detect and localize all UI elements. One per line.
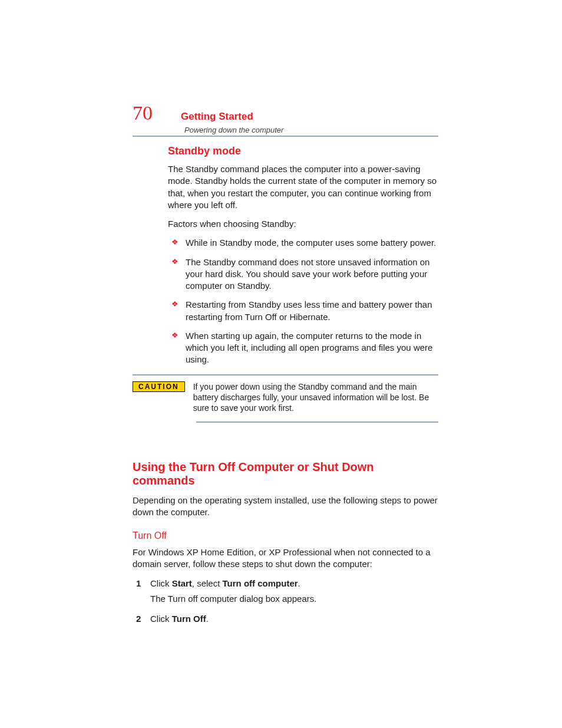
- section-heading-turnoff-shutdown: Using the Turn Off Computer or Shut Down…: [133, 460, 438, 487]
- page-root: 70 Getting Started Powering down the com…: [0, 0, 562, 728]
- caution-row: CAUTION If you power down using the Stan…: [133, 381, 438, 414]
- bullet-text: Restarting from Standby uses less time a…: [186, 299, 432, 321]
- bullet-item: ❖ When starting up again, the computer r…: [168, 330, 438, 366]
- caution-badge: CAUTION: [133, 381, 185, 392]
- section2-body: Depending on the operating system instal…: [133, 495, 438, 625]
- bullet-text: While in Standby mode, the computer uses…: [186, 238, 436, 248]
- bullet-text: The Standby command does not store unsav…: [186, 257, 429, 291]
- bullet-diamond-icon: ❖: [171, 258, 177, 264]
- step-text-bold: Turn off computer: [223, 578, 298, 588]
- turnoff-steps: Click Start, select Turn off computer. T…: [133, 578, 438, 625]
- step-text-part: , select: [192, 578, 223, 588]
- page-header: 70 Getting Started: [133, 103, 438, 123]
- section1-body: The Standby command places the computer …: [168, 163, 438, 366]
- step-item: Click Turn Off.: [133, 613, 438, 625]
- section1-intro1: The Standby command places the computer …: [168, 163, 438, 211]
- header-rule: [133, 136, 438, 137]
- bullet-diamond-icon: ❖: [171, 332, 177, 338]
- bullet-text: When starting up again, the computer ret…: [186, 331, 432, 365]
- caution-text: If you power down using the Standby comm…: [193, 381, 438, 414]
- section2-para: Depending on the operating system instal…: [133, 495, 438, 519]
- caution-callout: CAUTION If you power down using the Stan…: [133, 374, 438, 423]
- bullet-item: ❖ Restarting from Standby uses less time…: [168, 299, 438, 323]
- step-item: Click Start, select Turn off computer. T…: [133, 578, 438, 605]
- subsection-heading-turnoff: Turn Off: [133, 529, 438, 542]
- page-number: 70: [133, 103, 153, 123]
- bullet-item: ❖ The Standby command does not store uns…: [168, 256, 438, 292]
- subchapter-title: Powering down the computer: [184, 126, 438, 134]
- step-text-part: .: [206, 614, 209, 624]
- step-text-part: .: [298, 578, 300, 588]
- bullet-diamond-icon: ❖: [171, 239, 177, 245]
- chapter-title: Getting Started: [181, 111, 253, 123]
- step-text-bold: Turn Off: [172, 614, 206, 624]
- step-text-bold: Start: [172, 578, 192, 588]
- section1-intro2: Factors when choosing Standby:: [168, 218, 438, 230]
- turnoff-intro: For Windows XP Home Edition, or XP Profe…: [133, 546, 438, 571]
- step-text-part: Click: [150, 614, 172, 624]
- caution-top-rule: [133, 374, 438, 375]
- section1-bullet-list: ❖ While in Standby mode, the computer us…: [168, 237, 438, 365]
- step-text-part: Click: [150, 578, 172, 588]
- caution-bottom-rule: [196, 421, 438, 423]
- step-subtext: The Turn off computer dialog box appears…: [150, 593, 438, 605]
- section-heading-standby: Standby mode: [168, 145, 438, 157]
- bullet-item: ❖ While in Standby mode, the computer us…: [168, 237, 438, 249]
- bullet-diamond-icon: ❖: [171, 301, 177, 307]
